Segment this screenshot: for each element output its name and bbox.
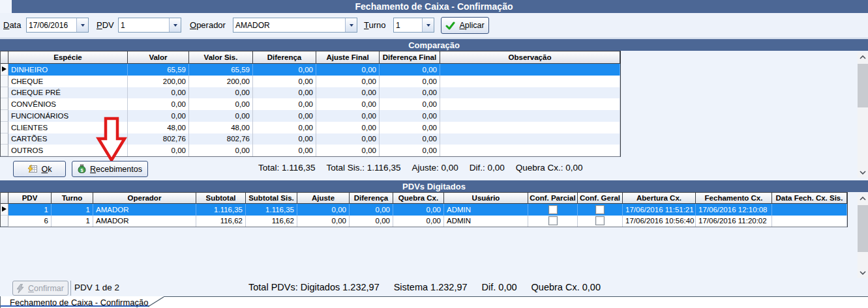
scrollbar-thumb[interactable] [858, 205, 868, 252]
row-selector-cell [1, 133, 8, 145]
col-header-observacao: Observação [440, 51, 620, 64]
ok-button[interactable]: Ok [13, 161, 66, 177]
scroll-down-button[interactable] [858, 167, 868, 178]
red-arrow-annotation [91, 117, 132, 163]
cell-observacao [440, 122, 620, 133]
turno-dropdown-button[interactable] [422, 18, 434, 32]
scroll-up-button[interactable] [858, 193, 868, 204]
bottom-tabbar: Fechamento de Caixa - Confirmação [0, 296, 868, 308]
cell-usuario: ADMIN [444, 204, 528, 216]
cell-fechamento: 17/06/2016 11:20:02 [696, 216, 772, 227]
table-row[interactable]: CONVÊNIOS0,000,000,000,000,00 [1, 98, 620, 110]
table-row[interactable]: CHEQUE PRÉ0,000,000,000,000,00 [1, 87, 620, 99]
pdv-value[interactable]: 1 [119, 18, 169, 32]
cell-conf_parcial[interactable] [528, 216, 578, 227]
col-header-fechamento: Fechamento Cx. [696, 192, 772, 204]
cell-diferenca: 0,00 [253, 110, 316, 122]
cell-valor_sis: 0,00 [189, 98, 253, 110]
checkbox-conf_geral[interactable] [595, 216, 605, 225]
col-header-subtotal_sis: Subtotal Sis. [246, 192, 297, 204]
total-pdvs-sistema: Sistema 1.232,97 [394, 282, 468, 292]
pdv-dropdown-button[interactable] [169, 18, 181, 32]
scroll-down-button[interactable] [858, 268, 868, 278]
recebimentos-button[interactable]: $ Recebimentos [72, 161, 148, 177]
cell-conf_parcial[interactable] [528, 204, 578, 216]
cell-subtotal: 116,62 [196, 216, 246, 227]
cell-quebra_cx: 0,00 [393, 216, 444, 227]
turno-value[interactable]: 1 [394, 18, 422, 32]
checkbox-conf_parcial[interactable] [548, 216, 558, 225]
pdv-combobox[interactable]: 1 [118, 18, 181, 33]
col-header-diferenca_final: Diferença Final [380, 51, 440, 64]
operador-value[interactable]: AMADOR [233, 18, 345, 32]
row-selector-cell [1, 76, 8, 87]
pdvs-scrollbar[interactable] [858, 193, 868, 278]
cell-usuario: ADMIN [444, 216, 528, 227]
cell-diferenca: 0,00 [253, 64, 316, 76]
cell-conf_geral[interactable] [578, 216, 623, 227]
window-titlebar: Fechamento de Caixa - Confirmação [0, 0, 868, 13]
cell-diferenca_final: 0,00 [380, 64, 440, 76]
table-row[interactable]: DINHEIRO65,5965,590,000,000,00 [1, 64, 620, 76]
aplicar-button[interactable]: Aplicar [441, 17, 489, 34]
cell-diferenca_final: 0,00 [380, 87, 440, 99]
col-header-valor: Valor [128, 51, 189, 64]
scroll-up-button[interactable] [858, 52, 868, 63]
data-combobox[interactable]: 17/06/2016 [26, 18, 89, 33]
col-header-abertura: Abertura Cx. [623, 192, 696, 204]
table-row[interactable]: CHEQUE200,00200,000,000,000,00 [1, 76, 620, 87]
row-selector-cell [1, 98, 8, 110]
col-header-subtotal: Subtotal [196, 192, 246, 204]
aplicar-label: Aplicar [459, 21, 484, 30]
cell-observacao [440, 76, 620, 87]
cell-diferenca: 0,00 [253, 98, 316, 110]
turno-combobox[interactable]: 1 [393, 18, 434, 33]
table-row[interactable]: 11AMADOR1.116,351.116,350,000,000,00ADMI… [1, 204, 847, 216]
pdvs-title: PDVs Digitados [402, 182, 466, 191]
chevron-down-icon [173, 24, 177, 27]
ajuste-value: Ajuste: 0,00 [412, 163, 458, 173]
recebimentos-label: Recebimentos [90, 165, 142, 174]
operador-combobox[interactable]: AMADOR [233, 18, 357, 33]
cell-diferenca: 0,00 [350, 204, 393, 216]
row-selector-cell [1, 204, 8, 216]
cell-valor_sis: 0,00 [189, 110, 253, 122]
col-header-usuario: Usuário [444, 192, 528, 204]
chevron-down-icon [860, 171, 866, 175]
chevron-down-icon [427, 24, 430, 27]
row-selector-cell [1, 87, 8, 99]
pdv-label: PDV [97, 20, 114, 30]
cell-conf_geral[interactable] [578, 204, 623, 216]
operador-label: Operador [190, 20, 226, 30]
cell-valor_sis: 65,59 [189, 64, 253, 76]
chevron-up-icon [860, 197, 866, 201]
cell-subtotal: 1.116,35 [196, 204, 246, 216]
cell-quebra_cx: 0,00 [393, 204, 444, 216]
operador-dropdown-button[interactable] [345, 18, 357, 32]
data-dropdown-button[interactable] [76, 18, 88, 32]
cell-ajuste: 0,00 [297, 216, 350, 227]
cell-observacao [440, 64, 620, 76]
cell-ajuste_final: 0,00 [316, 133, 380, 145]
row-selector-cell [1, 216, 8, 227]
col-header-diferenca: Diferença [253, 51, 316, 64]
row-selector-header [1, 51, 8, 64]
cell-ajuste_final: 0,00 [316, 76, 380, 87]
data-value[interactable]: 17/06/2016 [27, 18, 76, 32]
cell-diferenca_final: 0,00 [380, 122, 440, 133]
confirmar-button[interactable]: Confirmar [12, 281, 68, 296]
row-selector-cell [1, 145, 8, 156]
table-row[interactable]: 61AMADOR116,62116,620,000,000,00ADMIN17/… [1, 216, 847, 227]
cell-data_fech_sis [772, 204, 847, 216]
confirmar-label: Confirmar [28, 284, 64, 293]
total-value: Total: 1.116,35 [258, 163, 316, 173]
comparacao-scrollbar[interactable] [858, 52, 868, 178]
cell-valor_sis: 200,00 [189, 76, 253, 87]
cell-subtotal_sis: 116,62 [246, 216, 297, 227]
cell-valor: 0,00 [128, 98, 189, 110]
checkbox-conf_parcial[interactable] [548, 205, 558, 214]
checkbox-conf_geral[interactable] [595, 205, 605, 214]
scrollbar-thumb[interactable] [858, 64, 868, 107]
tab-slant-edge [147, 296, 165, 308]
cell-ajuste_final: 0,00 [316, 87, 380, 99]
